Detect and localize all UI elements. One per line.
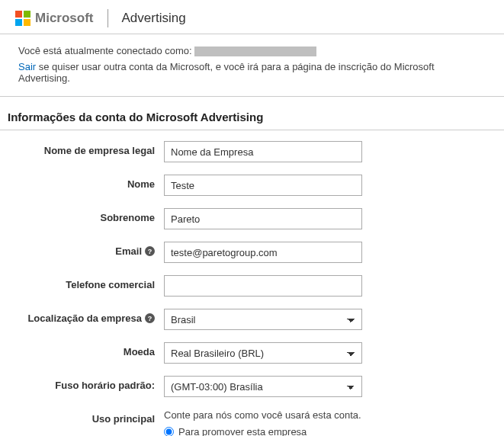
- label-email: Email ?: [8, 242, 164, 257]
- input-phone[interactable]: [164, 275, 362, 297]
- microsoft-logo-icon: [15, 11, 30, 26]
- app-header: Microsoft Advertising: [0, 0, 504, 34]
- select-location[interactable]: Brasil: [164, 309, 362, 330]
- status-bar: Você está atualmente conectado como: Sai…: [0, 34, 504, 97]
- row-usage: Uso principal Conte para nós como você u…: [8, 409, 496, 436]
- sign-out-link[interactable]: Sair: [18, 61, 36, 72]
- usage-hint: Conte para nós como você usará esta cont…: [164, 409, 393, 421]
- help-icon[interactable]: ?: [145, 313, 155, 323]
- select-currency[interactable]: Real Brasileiro (BRL): [164, 342, 362, 364]
- label-phone: Telefone comercial: [8, 275, 164, 290]
- row-last-name: Sobrenome: [8, 208, 496, 229]
- switch-account-text: se quiser usar outra conta da Microsoft,…: [18, 61, 435, 84]
- row-location: Localização da empresa ? Brasil: [8, 309, 496, 330]
- label-last-name: Sobrenome: [8, 208, 164, 223]
- switch-account-line: Sair se quiser usar outra conta da Micro…: [18, 61, 486, 84]
- label-usage: Uso principal: [8, 409, 164, 425]
- microsoft-logo: Microsoft: [15, 11, 94, 26]
- radio-promote[interactable]: [164, 427, 174, 436]
- row-currency: Moeda Real Brasileiro (BRL): [8, 342, 496, 364]
- input-company-name[interactable]: [164, 141, 362, 162]
- connected-username-redacted: [194, 46, 316, 56]
- input-last-name[interactable]: [164, 208, 362, 229]
- label-location: Localização da empresa ?: [8, 309, 164, 324]
- row-company-name: Nome de empresa legal: [8, 141, 496, 162]
- input-first-name[interactable]: [164, 175, 362, 196]
- label-currency: Moeda: [8, 342, 164, 357]
- radio-promote-label: Para promover esta empresa: [178, 425, 307, 436]
- microsoft-logo-text: Microsoft: [35, 11, 94, 26]
- section-title: Informações da conta do Microsoft Advert…: [0, 97, 504, 130]
- row-phone: Telefone comercial: [8, 275, 496, 297]
- connected-as-line: Você está atualmente conectado como:: [18, 45, 486, 56]
- label-first-name: Nome: [8, 175, 164, 190]
- label-timezone: Fuso horário padrão:: [8, 376, 164, 391]
- account-form: Nome de empresa legal Nome Sobrenome Ema…: [0, 130, 504, 436]
- product-title: Advertising: [122, 11, 186, 26]
- connected-as-label: Você está atualmente conectado como:: [18, 45, 192, 56]
- radio-option-promote[interactable]: Para promover esta empresa: [164, 425, 393, 436]
- row-email: Email ?: [8, 242, 496, 263]
- help-icon[interactable]: ?: [145, 246, 155, 256]
- select-timezone[interactable]: (GMT-03:00) Brasília: [164, 376, 362, 397]
- row-first-name: Nome: [8, 175, 496, 196]
- label-company-name: Nome de empresa legal: [8, 141, 164, 156]
- input-email[interactable]: [164, 242, 362, 263]
- row-timezone: Fuso horário padrão: (GMT-03:00) Brasíli…: [8, 376, 496, 397]
- header-divider: [108, 9, 108, 27]
